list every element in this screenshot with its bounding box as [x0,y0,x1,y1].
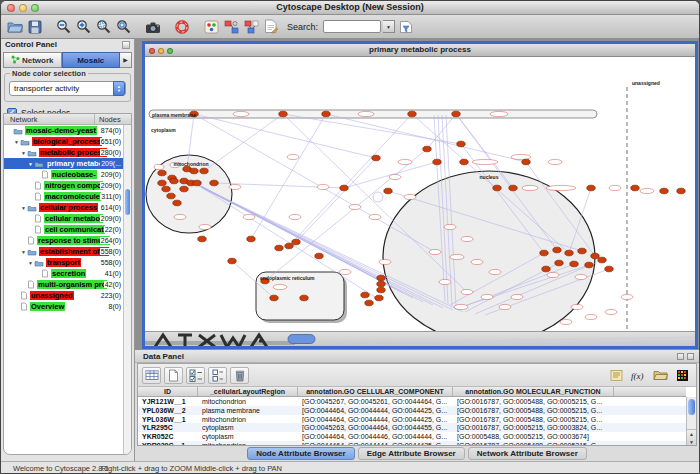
network-node[interactable] [377,275,385,281]
table-scrollbar-thumb[interactable] [688,399,695,415]
network-node[interactable] [598,257,606,263]
network-node[interactable] [372,155,380,161]
import-attributes-icon[interactable] [651,367,670,384]
network-node[interactable] [365,300,373,306]
network-node[interactable] [210,180,218,186]
tab-mosaic[interactable]: Mosaic [62,52,121,68]
network-node[interactable] [555,260,563,266]
network-node[interactable] [200,168,208,174]
network-node[interactable] [198,236,206,242]
tree-row-nitrogen-compo[interactable]: nitrogen compo209(0) [4,180,123,191]
network-node[interactable] [361,292,369,298]
zoom-out-icon[interactable] [55,18,73,36]
tree-row-biological-process[interactable]: ▼biological_process651(0) [4,136,123,147]
network-node[interactable] [631,185,639,191]
network-node[interactable] [578,248,586,254]
search-input[interactable] [323,20,381,33]
create-attribute-icon[interactable] [164,367,183,384]
horizontal-scrollbar-thumb[interactable] [288,335,315,344]
network-node[interactable] [408,111,416,117]
table-row[interactable]: YKR052Ccytoplasm[GO:0044464, GO:0044446,… [138,432,686,441]
tab-network-attribute-browser[interactable]: Network Attribute Browser [468,447,587,460]
search-dropdown-icon[interactable]: ▼ [383,20,395,33]
network-node[interactable] [423,146,431,152]
zoom-in-icon[interactable] [75,18,93,36]
network-node[interactable] [660,188,668,194]
network-node[interactable] [279,111,287,117]
disclosure-triangle-icon[interactable]: ▼ [20,150,27,156]
plugin-manager-icon[interactable] [222,18,240,36]
network-node[interactable] [167,193,175,199]
network-node[interactable] [677,188,685,194]
tree-row-multi-organism-pro[interactable]: multi-organism pro42(0) [4,279,123,290]
network-node[interactable] [173,200,181,206]
tree-row-mosaic-demo-yeast[interactable]: mosaic-demo-yeast874(0) [4,125,123,136]
column-header-0[interactable]: ID [138,387,198,396]
network-window-titlebar[interactable]: primary metabolic process [145,44,695,57]
tree-scrollbar[interactable] [123,125,131,454]
tree-row-macromolecule[interactable]: macromolecule311(0) [4,191,123,202]
save-icon[interactable] [26,18,44,36]
label-icon[interactable] [607,367,626,384]
annotation-icon[interactable] [262,18,280,36]
disclosure-triangle-icon[interactable]: ▼ [27,161,34,167]
open-icon[interactable] [6,18,24,36]
disclosure-triangle-icon[interactable]: ▼ [27,260,34,266]
table-row[interactable]: YPL036W__1mitochondrion[GO:0044464, GO:0… [138,415,686,424]
network-node[interactable] [375,295,383,301]
tree-row-overview[interactable]: Overview8(0) [4,301,123,312]
search-config-icon[interactable] [397,18,415,36]
column-header-3[interactable]: annotation.GO MOLECULAR_FUNCTION [453,387,614,396]
help-icon[interactable] [173,18,191,36]
network-node[interactable] [591,253,599,259]
network-node[interactable] [522,159,530,165]
attribute-grid-icon[interactable] [142,367,161,384]
tab-edge-attribute-browser[interactable]: Edge Attribute Browser [358,447,465,460]
network-node[interactable] [433,159,441,165]
tree-scrollbar-thumb[interactable] [125,189,130,215]
network-node[interactable] [275,245,283,251]
network-node[interactable] [553,247,561,253]
network-node[interactable] [340,185,348,191]
tree-row-cellular-metabol[interactable]: cellular metabol209(0) [4,213,123,224]
close-window-icon[interactable] [7,4,15,12]
table-row[interactable]: YJR121W__1mitochondrion[GO:0045267, GO:0… [138,397,686,406]
network-node[interactable] [585,262,593,268]
network-node[interactable] [300,295,308,301]
window-titlebar[interactable]: Cytoscape Desktop (New Session) [1,1,699,15]
network-node[interactable] [377,281,385,287]
network-node[interactable] [457,141,465,147]
network-node[interactable] [587,185,595,191]
table-row[interactable]: YLR295Ccytoplasm[GO:0045263, GO:0044464,… [138,423,686,432]
table-row[interactable]: YDR039C__1mitochondrion[GO:0044464, GO:0… [138,441,686,445]
tree-row-cellular-process[interactable]: ▼cellular process614(0) [4,202,123,213]
network-node[interactable] [460,159,468,165]
zoom-selected-icon[interactable] [95,18,113,36]
tree-row-nucleobase-[interactable]: nucleobase-209(0) [4,169,123,180]
delete-attribute-icon[interactable] [230,367,249,384]
network-node[interactable] [162,186,170,192]
network-node[interactable] [247,236,255,242]
tree-row-cell-communicat[interactable]: cell communicat22(0) [4,224,123,235]
column-header-1[interactable]: _cellularLayoutRegion [198,387,298,396]
network-node[interactable] [170,178,178,184]
plugin-update-icon[interactable] [242,18,260,36]
network-graph[interactable]: plasma membranecytoplasmmitochondrionnuc… [145,57,695,331]
network-edge[interactable] [251,114,326,239]
zoom-fit-icon[interactable] [115,18,133,36]
table-row[interactable]: YPL036W__2plasma membrane[GO:0044464, GO… [138,406,686,415]
network-node[interactable] [228,258,236,264]
tab-node-attribute-browser[interactable]: Node Attribute Browser [247,447,355,460]
network-node[interactable] [158,180,166,186]
select-attributes-icon[interactable] [186,367,205,384]
close-datapanel-icon[interactable] [687,353,694,360]
network-node[interactable] [377,287,385,293]
network-node[interactable] [180,186,188,192]
tree-row-secretion[interactable]: secretion41(0) [4,268,123,279]
network-node[interactable] [452,111,460,117]
vizmapper-icon[interactable] [202,18,220,36]
network-node[interactable] [158,170,166,176]
disclosure-triangle-icon[interactable]: ▼ [13,139,20,145]
network-node[interactable] [190,168,198,174]
tree-row-primary-metabo[interactable]: ▼primary metabo209(... [4,158,123,169]
